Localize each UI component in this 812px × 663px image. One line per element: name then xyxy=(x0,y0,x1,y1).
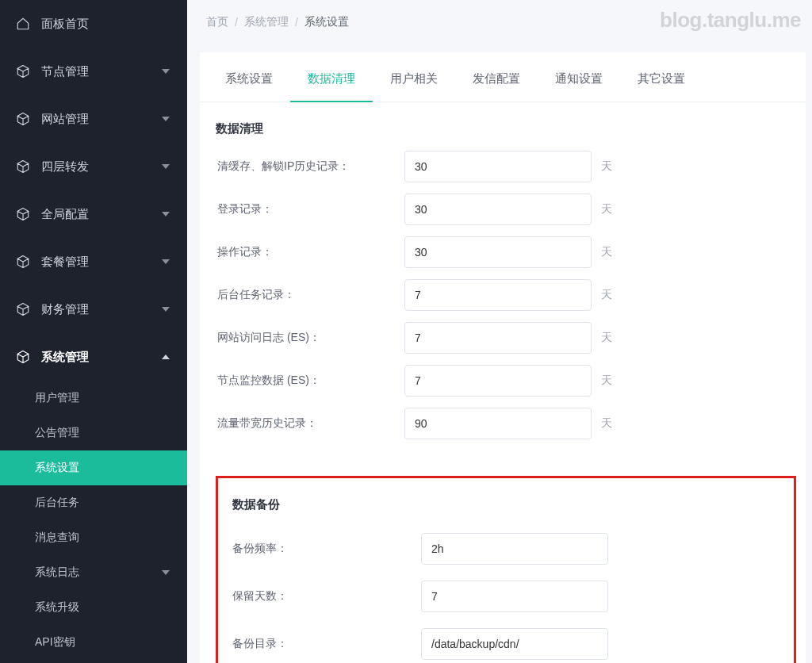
sidebar-sub-announcements[interactable]: 公告管理 xyxy=(0,416,187,450)
sidebar-item-finance[interactable]: 财务管理 xyxy=(0,286,187,333)
form-label: 节点监控数据 (ES)： xyxy=(216,374,404,388)
cleanup-input-bandwidth-history[interactable] xyxy=(404,408,592,439)
cube-icon xyxy=(16,112,30,126)
tab-bar: 系统设置 数据清理 用户相关 发信配置 通知设置 其它设置 xyxy=(200,52,806,102)
cleanup-input-access-log-es[interactable] xyxy=(404,322,592,354)
sidebar-sub-messages[interactable]: 消息查询 xyxy=(0,520,187,555)
sidebar-sub-tasks[interactable]: 后台任务 xyxy=(0,485,187,520)
backup-row-frequency: 备份频率： xyxy=(232,533,779,565)
unit-days: 天 xyxy=(601,288,612,302)
chevron-down-icon xyxy=(162,307,170,312)
breadcrumb-home[interactable]: 首页 xyxy=(206,15,228,29)
sidebar-item-label: 四层转发 xyxy=(41,159,89,174)
tab-system-settings[interactable]: 系统设置 xyxy=(208,52,290,102)
breadcrumb-current: 系统设置 xyxy=(304,15,349,29)
sidebar-item-system[interactable]: 系统管理 xyxy=(0,333,187,381)
sidebar: 面板首页 节点管理 网站管理 四层转发 全局配置 套餐管理 xyxy=(0,0,187,663)
backup-row-directory: 备份目录： xyxy=(232,628,779,660)
tab-data-cleanup[interactable]: 数据清理 xyxy=(290,52,373,102)
form-label: 保留天数： xyxy=(232,589,421,604)
cleanup-row-node-monitor-es: 节点监控数据 (ES)： 天 xyxy=(216,365,790,397)
sidebar-item-label: 节点管理 xyxy=(41,64,89,79)
cube-icon xyxy=(16,207,30,221)
sidebar-item-label: 全局配置 xyxy=(41,207,89,222)
cleanup-row-bandwidth-history: 流量带宽历史记录： 天 xyxy=(216,408,790,439)
breadcrumb-sep: / xyxy=(295,16,298,29)
backup-input-directory[interactable] xyxy=(421,628,608,660)
breadcrumb-group[interactable]: 系统管理 xyxy=(244,15,289,29)
sidebar-item-nodes[interactable]: 节点管理 xyxy=(0,48,187,95)
form-label: 备份频率： xyxy=(232,542,421,556)
sidebar-item-global[interactable]: 全局配置 xyxy=(0,190,187,238)
sidebar-item-label: 财务管理 xyxy=(41,302,89,317)
unit-days: 天 xyxy=(601,159,612,174)
sidebar-sub-label: API密钥 xyxy=(35,635,75,650)
sidebar-item-dashboard[interactable]: 面板首页 xyxy=(0,0,187,48)
cleanup-row-login: 登录记录： 天 xyxy=(216,194,790,225)
sidebar-item-label: 套餐管理 xyxy=(41,255,89,270)
unit-days: 天 xyxy=(601,331,612,345)
sidebar-sub-apikeys[interactable]: API密钥 xyxy=(0,625,187,660)
cube-icon xyxy=(16,159,30,174)
chevron-up-icon xyxy=(162,354,170,359)
chevron-down-icon xyxy=(162,69,170,74)
sidebar-sub-label: 后台任务 xyxy=(35,496,79,510)
backup-input-retention[interactable] xyxy=(421,581,608,612)
sidebar-item-l4forward[interactable]: 四层转发 xyxy=(0,143,187,190)
cube-icon xyxy=(16,64,30,79)
cleanup-input-node-monitor-es[interactable] xyxy=(404,365,592,397)
unit-days: 天 xyxy=(601,202,612,217)
tab-user-related[interactable]: 用户相关 xyxy=(373,52,455,102)
tab-notify-settings[interactable]: 通知设置 xyxy=(538,52,620,102)
sidebar-sub-label: 系统日志 xyxy=(35,565,79,580)
form-label: 流量带宽历史记录： xyxy=(216,416,404,431)
cleanup-row-backend-task: 后台任务记录： 天 xyxy=(216,279,790,311)
cleanup-input-login[interactable] xyxy=(404,194,592,225)
chevron-down-icon xyxy=(162,164,170,169)
sidebar-sub-upgrade[interactable]: 系统升级 xyxy=(0,590,187,625)
sidebar-sub-label: 公告管理 xyxy=(35,426,79,440)
cube-icon xyxy=(16,302,30,316)
chevron-down-icon xyxy=(162,259,170,264)
form-label: 操作记录： xyxy=(216,245,404,259)
cleanup-input-backend-task[interactable] xyxy=(404,279,592,311)
sidebar-item-label: 网站管理 xyxy=(41,112,89,127)
sidebar-item-plans[interactable]: 套餐管理 xyxy=(0,238,187,286)
breadcrumb-sep: / xyxy=(235,16,238,29)
sidebar-sub-label: 系统设置 xyxy=(35,461,79,475)
sidebar-item-label: 面板首页 xyxy=(41,17,89,32)
form-label: 登录记录： xyxy=(216,202,404,217)
cube-icon xyxy=(16,255,30,269)
tab-mail-config[interactable]: 发信配置 xyxy=(455,52,538,102)
cube-icon xyxy=(16,350,30,364)
backup-input-frequency[interactable] xyxy=(421,533,608,565)
chevron-down-icon xyxy=(162,570,170,575)
unit-days: 天 xyxy=(601,245,612,259)
main-area: 首页 / 系统管理 / 系统设置 blog.tanglu.me 系统设置 数据清… xyxy=(187,0,812,663)
breadcrumb: 首页 / 系统管理 / 系统设置 blog.tanglu.me xyxy=(187,0,812,44)
watermark-text: blog.tanglu.me xyxy=(660,8,801,33)
form-label: 网站访问日志 (ES)： xyxy=(216,331,404,345)
cleanup-section: 数据清理 清缓存、解锁IP历史记录： 天 登录记录： 天 操作记录： 天 后台任… xyxy=(200,102,806,457)
backup-title: 数据备份 xyxy=(232,497,779,512)
sidebar-sub-label: 用户管理 xyxy=(35,391,79,405)
form-label: 备份目录： xyxy=(232,637,421,651)
content-panel: 系统设置 数据清理 用户相关 发信配置 通知设置 其它设置 数据清理 清缓存、解… xyxy=(200,52,806,663)
home-icon xyxy=(16,17,30,31)
sidebar-item-websites[interactable]: 网站管理 xyxy=(0,95,187,143)
chevron-down-icon xyxy=(162,117,170,121)
cleanup-row-access-log-es: 网站访问日志 (ES)： 天 xyxy=(216,322,790,354)
unit-days: 天 xyxy=(601,374,612,388)
sidebar-sub-users[interactable]: 用户管理 xyxy=(0,381,187,416)
cleanup-input-cache-iplock[interactable] xyxy=(404,151,592,182)
chevron-down-icon xyxy=(162,212,170,217)
sidebar-sub-system-settings[interactable]: 系统设置 xyxy=(0,450,187,485)
sidebar-sub-label: 系统升级 xyxy=(35,600,79,615)
cleanup-row-operation: 操作记录： 天 xyxy=(216,236,790,268)
cleanup-row-cache-iplock: 清缓存、解锁IP历史记录： 天 xyxy=(216,151,790,182)
cleanup-input-operation[interactable] xyxy=(404,236,592,268)
sidebar-item-label: 系统管理 xyxy=(41,350,89,365)
tab-other-settings[interactable]: 其它设置 xyxy=(620,52,703,102)
backup-highlight-box: 数据备份 备份频率： 保留天数： 备份目录： xyxy=(216,476,796,663)
sidebar-sub-logs[interactable]: 系统日志 xyxy=(0,555,187,590)
